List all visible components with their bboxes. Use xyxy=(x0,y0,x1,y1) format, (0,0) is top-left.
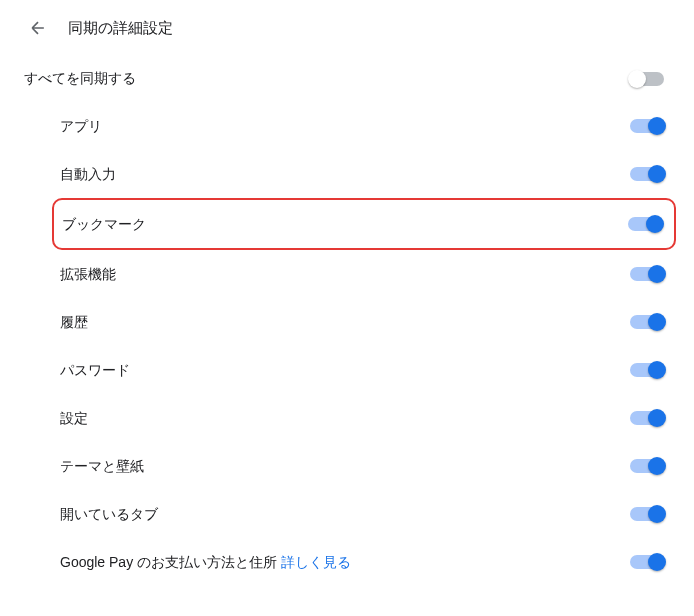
sync-item-label: 自動入力 xyxy=(60,166,116,182)
sync-item-label: 履歴 xyxy=(60,314,88,330)
sync-item-label-wrap: テーマと壁紙 xyxy=(60,457,144,476)
sync-item-label-wrap: 拡張機能 xyxy=(60,265,116,284)
sync-item-label-wrap: 設定 xyxy=(60,409,88,428)
sync-item-label-wrap: ブックマーク xyxy=(62,215,146,234)
sync-item-row: Google Pay のお支払い方法と住所詳しく見る xyxy=(60,538,670,586)
sync-all-label: すべてを同期する xyxy=(24,70,136,88)
learn-more-link[interactable]: 詳しく見る xyxy=(281,554,351,570)
sync-item-label: 開いているタブ xyxy=(60,506,158,522)
sync-item-row: 開いているタブ xyxy=(60,490,670,538)
sync-all-toggle[interactable] xyxy=(630,72,664,86)
sync-item-row: 自動入力 xyxy=(60,150,670,198)
sync-item-label: テーマと壁紙 xyxy=(60,458,144,474)
sync-item-toggle[interactable] xyxy=(630,555,664,569)
page-header: 同期の詳細設定 xyxy=(0,0,694,56)
sync-item-toggle[interactable] xyxy=(630,507,664,521)
sync-item-toggle[interactable] xyxy=(630,459,664,473)
sync-item-toggle[interactable] xyxy=(630,315,664,329)
sync-item-row: 拡張機能 xyxy=(60,250,670,298)
sync-item-toggle[interactable] xyxy=(630,267,664,281)
sync-item-label: ブックマーク xyxy=(62,216,146,232)
sync-item-label: パスワード xyxy=(60,362,130,378)
sync-item-toggle[interactable] xyxy=(630,363,664,377)
sync-item-label-wrap: 自動入力 xyxy=(60,165,116,184)
sync-item-toggle[interactable] xyxy=(628,217,662,231)
page-title: 同期の詳細設定 xyxy=(68,19,173,38)
sync-item-toggle[interactable] xyxy=(630,167,664,181)
sync-item-row: パスワード xyxy=(60,346,670,394)
sync-item-label: 設定 xyxy=(60,410,88,426)
sync-item-label-wrap: 開いているタブ xyxy=(60,505,158,524)
sync-item-row: テーマと壁紙 xyxy=(60,442,670,490)
sync-item-label: 拡張機能 xyxy=(60,266,116,282)
sync-item-row: 履歴 xyxy=(60,298,670,346)
sync-item-label: アプリ xyxy=(60,118,102,134)
sync-item-row: ブックマーク xyxy=(62,200,668,248)
sync-item-row: 設定 xyxy=(60,394,670,442)
sync-all-row: すべてを同期する xyxy=(24,56,670,102)
sync-item-label: Google Pay のお支払い方法と住所 xyxy=(60,554,277,570)
sync-item-row: アプリ xyxy=(60,102,670,150)
sync-item-label-wrap: 履歴 xyxy=(60,313,88,332)
sync-item-toggle[interactable] xyxy=(630,119,664,133)
back-arrow-icon[interactable] xyxy=(28,18,48,38)
highlighted-row: ブックマーク xyxy=(52,198,676,250)
settings-content: すべてを同期する アプリ自動入力ブックマーク拡張機能履歴パスワード設定テーマと壁… xyxy=(0,56,694,586)
sync-item-label-wrap: アプリ xyxy=(60,117,102,136)
sync-item-label-wrap: パスワード xyxy=(60,361,130,380)
sync-item-toggle[interactable] xyxy=(630,411,664,425)
sync-item-label-wrap: Google Pay のお支払い方法と住所詳しく見る xyxy=(60,553,351,572)
sync-items-list: アプリ自動入力ブックマーク拡張機能履歴パスワード設定テーマと壁紙開いているタブG… xyxy=(24,102,670,586)
